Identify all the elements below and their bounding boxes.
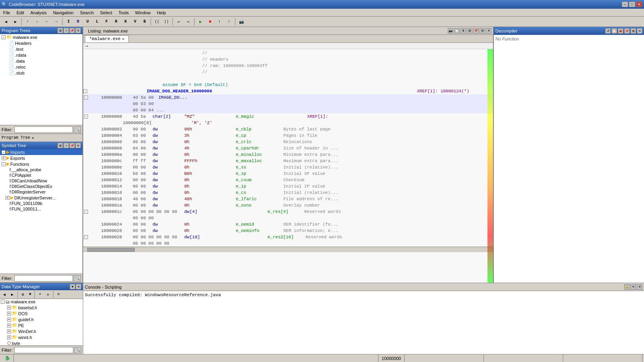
tb-run[interactable]: ▶ bbox=[196, 17, 205, 26]
collapse-char2[interactable]: - bbox=[84, 115, 88, 119]
tb-undo[interactable]: ↩ bbox=[174, 17, 183, 26]
pt-node-rdata[interactable]: 📄 .rdata bbox=[0, 52, 82, 58]
tb-D[interactable]: D bbox=[74, 17, 82, 26]
st-node-dllunregister[interactable]: + ▶ DllUnregisterServer... bbox=[0, 195, 82, 201]
lt-pin[interactable]: 📌 bbox=[473, 28, 479, 34]
tb-R[interactable]: R bbox=[112, 17, 120, 26]
tb-forward[interactable]: ▶ bbox=[11, 17, 20, 26]
st-node-dllcanunload[interactable]: f DllCanUnloadNow bbox=[0, 178, 82, 184]
dt-expand-pe[interactable]: + bbox=[7, 324, 11, 328]
h-scrollbar[interactable] bbox=[83, 247, 493, 252]
lt-settings[interactable]: ⚙ bbox=[480, 28, 485, 34]
st-node-alloca[interactable]: f __alloca_probe bbox=[0, 167, 82, 172]
collapse-imagedos[interactable]: - bbox=[83, 89, 87, 93]
st-node-exports[interactable]: + ▶ Exports bbox=[0, 155, 82, 161]
tb-down[interactable]: ↓ bbox=[33, 17, 42, 26]
st-node-cpiapplet[interactable]: f CPIApplet bbox=[0, 172, 82, 178]
lt-group[interactable]: ⊞ bbox=[467, 28, 472, 34]
pt-close[interactable]: ✕ bbox=[75, 28, 81, 33]
dt-node-basetsd[interactable]: + 📁 basetsd.h bbox=[0, 305, 83, 310]
tb-next-bookmark[interactable]: ⟩⟩ bbox=[162, 17, 171, 26]
st-node-dllregister[interactable]: f DllRegisterServer bbox=[0, 189, 82, 195]
pt-node-headers[interactable]: 📄 Headers bbox=[0, 40, 82, 46]
tb-screenshot[interactable]: 📷 bbox=[237, 17, 246, 26]
pt-tab-close[interactable]: ✕ bbox=[32, 136, 34, 140]
con-lock[interactable]: 🔒 bbox=[624, 284, 630, 290]
dt-filter-input[interactable] bbox=[14, 347, 74, 353]
minimize-button[interactable]: ─ bbox=[622, 2, 628, 7]
lt-copy[interactable]: 📋 bbox=[454, 28, 460, 34]
st-pin[interactable]: 📌 bbox=[69, 143, 75, 148]
dt-forward[interactable]: ▶ bbox=[9, 291, 16, 298]
close-button[interactable]: ✕ bbox=[636, 2, 642, 7]
pt-node-data[interactable]: 📄 .data bbox=[0, 58, 82, 64]
dt-node-malware[interactable]: - 🗂 malware.exe bbox=[0, 299, 83, 305]
dt-expand-dos[interactable]: + bbox=[7, 312, 11, 316]
con-edit[interactable]: ✏ bbox=[631, 284, 636, 290]
dt-expand-windef[interactable]: + bbox=[7, 329, 11, 333]
dt-dropdown[interactable]: ▼ bbox=[27, 291, 33, 298]
dec-pin[interactable]: 📌 bbox=[624, 28, 630, 34]
collapse-10000000[interactable]: - bbox=[84, 96, 88, 100]
dt-expand-winnt[interactable]: + bbox=[7, 335, 11, 339]
listing-content[interactable]: // // Headers // ram: 10000000-100003ff … bbox=[83, 49, 493, 283]
pt-pin[interactable]: 📌 bbox=[69, 28, 75, 33]
tb-up[interactable]: ↑ bbox=[23, 17, 32, 26]
st-filter-input[interactable] bbox=[14, 275, 73, 282]
st-add[interactable]: + bbox=[63, 143, 69, 148]
pt-add[interactable]: + bbox=[63, 28, 69, 33]
h-scrollbar-thumb[interactable] bbox=[87, 248, 135, 252]
dec-close[interactable]: ✕ bbox=[637, 28, 642, 34]
tb-B[interactable]: B bbox=[140, 17, 149, 26]
dt-close[interactable]: ✕ bbox=[76, 284, 81, 289]
dec-refresh[interactable]: ↺ bbox=[605, 28, 611, 34]
lt-cursor[interactable]: 🖱 bbox=[461, 28, 466, 34]
st-filter-btn[interactable]: 🔍 bbox=[74, 275, 81, 282]
menu-file[interactable]: File bbox=[0, 10, 13, 16]
dec-export[interactable]: 📤 bbox=[618, 28, 623, 34]
menu-analysis[interactable]: Analysis bbox=[27, 10, 50, 16]
menu-help[interactable]: Help bbox=[154, 10, 169, 16]
menu-window[interactable]: Window bbox=[132, 10, 154, 16]
collapse-eres10[interactable]: - bbox=[84, 235, 88, 239]
tb-U[interactable]: U bbox=[83, 17, 92, 26]
pt-node-text[interactable]: 📄 .text bbox=[0, 46, 82, 52]
pt-node-stub[interactable]: 📄 .stub bbox=[0, 70, 82, 76]
dt-add[interactable]: + bbox=[36, 291, 44, 298]
tb-K[interactable]: K bbox=[121, 17, 130, 26]
dt-node-pe[interactable]: + 📁 PE bbox=[0, 322, 83, 328]
st-node-fun100011[interactable]: f FUN_100011... bbox=[0, 206, 82, 212]
menu-edit[interactable]: Edit bbox=[13, 10, 27, 16]
menu-tools[interactable]: Tools bbox=[115, 10, 132, 16]
lt-snap[interactable]: 📷 bbox=[448, 28, 453, 34]
dt-node-guidef[interactable]: + 📁 guidef.h bbox=[0, 316, 83, 322]
dt-expand-guidef[interactable]: + bbox=[7, 318, 11, 322]
dt-node-byte[interactable]: ⬡ byte bbox=[0, 340, 83, 345]
menu-search[interactable]: Search bbox=[77, 10, 97, 16]
st-node-fun100109b[interactable]: f FUN_1001109b bbox=[0, 201, 82, 206]
pt-filter-btn[interactable]: 🔍 bbox=[74, 126, 81, 133]
tab-malware-exe[interactable]: *malware.exe ✕ bbox=[85, 35, 129, 42]
tb-step[interactable]: ↕ bbox=[215, 17, 224, 26]
pt-expand-malware[interactable]: - bbox=[2, 35, 6, 39]
menu-navigation[interactable]: Navigation bbox=[50, 10, 77, 16]
dt-node-dos[interactable]: + 📁 DOS bbox=[0, 310, 83, 316]
tb-back[interactable]: ◀ bbox=[2, 17, 10, 26]
maximize-button[interactable]: □ bbox=[629, 2, 635, 7]
pt-node-reloc[interactable]: 📄 .reloc bbox=[0, 64, 82, 70]
pt-filter-input[interactable] bbox=[14, 126, 73, 133]
st-restore[interactable]: ⊞ bbox=[57, 143, 63, 148]
st-close[interactable]: ✕ bbox=[75, 143, 81, 148]
pt-node-malware[interactable]: - 📁 malware.exe bbox=[0, 34, 82, 40]
dec-copy[interactable]: 📋 bbox=[612, 28, 617, 34]
dt-node-winnt[interactable]: + 📁 winnt.h bbox=[0, 334, 83, 340]
lt-close[interactable]: ✕ bbox=[486, 28, 491, 34]
dt-expand-basetsd[interactable]: + bbox=[7, 306, 11, 310]
collapse-eres4[interactable]: - bbox=[84, 210, 88, 214]
st-expand-dllunregister[interactable]: + bbox=[6, 196, 10, 200]
console-content[interactable]: Successfully compiled: WindowsResourceRe… bbox=[83, 291, 644, 354]
tb-step2[interactable]: ↕ bbox=[225, 17, 233, 26]
tb-L[interactable]: L bbox=[93, 17, 101, 26]
st-expand-functions[interactable]: - bbox=[2, 162, 6, 166]
st-node-dllgetclass[interactable]: f DllGetClassObjectEx bbox=[0, 184, 82, 189]
